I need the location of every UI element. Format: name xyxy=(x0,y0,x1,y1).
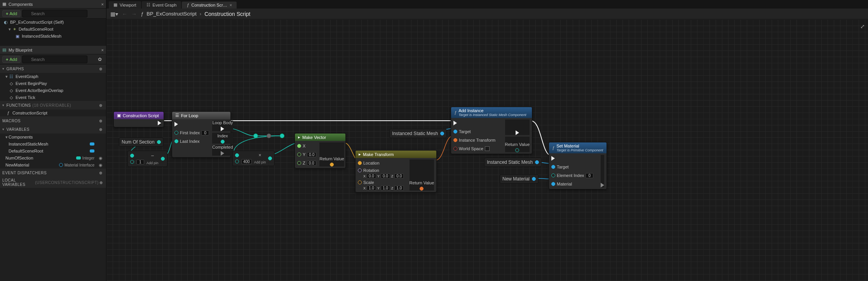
pin-value[interactable]: 1 xyxy=(136,160,144,165)
var-instanced-static-mesh[interactable]: InstancedStaticMesh xyxy=(0,140,106,147)
node-set-material[interactable]: ƒ Set Material Target is Primitive Compo… xyxy=(549,142,607,189)
nav-menu-button[interactable]: ▦▾ xyxy=(110,11,118,17)
gear-icon[interactable]: ✿ xyxy=(96,56,104,63)
node-var-new-material[interactable]: New Material xyxy=(500,174,539,184)
section-event-dispatchers[interactable]: EVENT DISPATCHERS ⊕ xyxy=(0,168,106,177)
var-default-scene-root[interactable]: DefaultSceneRoot xyxy=(0,147,106,154)
int-in-pin[interactable] xyxy=(235,153,239,157)
pin-value[interactable]: 0.0 xyxy=(307,161,316,166)
int-out-pin[interactable] xyxy=(157,140,161,144)
exec-out-pin[interactable] xyxy=(221,151,224,156)
object-out-pin[interactable] xyxy=(535,160,539,164)
tree-item-default-scene-root[interactable]: ▾ ✶ DefaultSceneRoot xyxy=(0,26,106,33)
vector-pin[interactable] xyxy=(358,161,362,165)
object-pin[interactable] xyxy=(551,165,555,169)
tab-viewport[interactable]: ▦ Viewport xyxy=(109,1,141,9)
section-functions[interactable]: ▾ FUNCTIONS (18 OVERRIDABLE) ⊕ xyxy=(0,101,106,109)
exec-out-pin[interactable] xyxy=(516,130,519,135)
reroute-node[interactable] xyxy=(280,134,284,138)
add-blueprint-button[interactable]: + Add xyxy=(2,56,21,63)
reroute-node[interactable] xyxy=(267,134,271,138)
int-pin[interactable] xyxy=(551,173,555,177)
expand-icon[interactable]: ⤢ xyxy=(860,23,865,29)
pin-value[interactable]: 0 xyxy=(201,130,209,135)
add-macro-button[interactable]: ⊕ xyxy=(98,118,104,124)
node-multiply[interactable]: 400 × Add pin xyxy=(232,151,275,166)
tree-item-self[interactable]: ◐ BP_ExConstructScript (Self) xyxy=(0,19,106,26)
vector-pin[interactable] xyxy=(358,180,362,184)
var-new-material[interactable]: NewMaterial Material Interface ◉ xyxy=(0,161,106,168)
eye-icon[interactable]: ◉ xyxy=(98,163,104,168)
pin-value[interactable]: 0 xyxy=(586,173,593,178)
object-pin[interactable] xyxy=(453,130,457,134)
pin-value[interactable]: 0.0 xyxy=(307,152,316,157)
section-variables[interactable]: ▾ VARIABLES ⊕ xyxy=(0,125,106,134)
pin-value[interactable]: 400 xyxy=(241,159,252,164)
event-actor-begin-overlap[interactable]: ◇ Event ActorBeginOverlap xyxy=(0,87,106,94)
exec-out-pin[interactable] xyxy=(601,183,604,187)
var-num-of-section[interactable]: NumOfSection Integer ◉ xyxy=(0,154,106,161)
add-graph-button[interactable]: ⊕ xyxy=(98,66,104,72)
tab-event-graph[interactable]: ☷ Event Graph xyxy=(142,1,181,9)
nav-forward-button[interactable]: → xyxy=(131,11,137,17)
int-in-pin[interactable] xyxy=(235,160,239,163)
add-function-button[interactable]: ⊕ xyxy=(98,102,104,108)
eye-icon[interactable]: ◉ xyxy=(98,156,104,161)
add-variable-button[interactable]: ⊕ xyxy=(98,126,104,132)
tree-item-instanced-static-mesh[interactable]: ▣ InstancedStaticMesh xyxy=(0,33,106,40)
event-begin-play[interactable]: ◇ Event BeginPlay xyxy=(0,80,106,87)
close-icon[interactable]: × xyxy=(101,2,104,7)
nav-back-button[interactable]: ← xyxy=(122,11,127,17)
bool-pin[interactable] xyxy=(453,147,457,151)
rotator-pin[interactable] xyxy=(358,168,362,172)
pin-value[interactable]: 1.0 xyxy=(381,186,390,191)
transform-out-pin[interactable] xyxy=(420,187,424,191)
breadcrumb-parent[interactable]: BP_ExConstructScript xyxy=(146,11,197,17)
int-in-pin[interactable] xyxy=(130,154,134,158)
int-out-pin[interactable] xyxy=(221,140,225,144)
reroute-node[interactable] xyxy=(253,134,258,138)
node-for-loop[interactable]: ☰ For Loop First Index 0 Last Index xyxy=(172,111,231,158)
exec-out-pin[interactable] xyxy=(158,121,161,125)
int-out-pin[interactable] xyxy=(515,148,519,152)
int-in-pin[interactable] xyxy=(130,160,134,164)
exec-out-pin[interactable] xyxy=(221,127,224,131)
pin-value[interactable]: 1.0 xyxy=(367,186,376,191)
var-group-components[interactable]: ▾ Components xyxy=(0,134,106,140)
node-var-num-of-section[interactable]: Num Of Section xyxy=(119,137,164,147)
pin-value[interactable]: 0.0 xyxy=(367,173,376,179)
components-tab[interactable]: ▦ Components × xyxy=(0,0,106,9)
node-var-instanced-static-mesh[interactable]: Instanced Static Mesh xyxy=(484,158,542,167)
section-local-variables[interactable]: LOCAL VARIABLES (USERCONSTRUCTIONSCRIPT)… xyxy=(0,177,106,188)
int-pin[interactable] xyxy=(174,139,178,143)
node-make-vector[interactable]: ▸ Make Vector X Y0.0 Z0.0 Return Value xyxy=(295,133,346,168)
int-out-pin[interactable] xyxy=(161,157,165,161)
close-icon[interactable]: × xyxy=(101,48,104,52)
node-make-transform[interactable]: ▸ Make Transform Location Rotation X0.0 … xyxy=(355,150,437,193)
add-pin-button[interactable]: Add pin xyxy=(254,160,266,164)
bool-checkbox[interactable] xyxy=(485,146,490,151)
node-subtract[interactable]: 1 − Add pin xyxy=(127,151,167,167)
node-add-instance[interactable]: ƒ Add Instance Target is Instanced Stati… xyxy=(451,107,532,154)
int-out-pin[interactable] xyxy=(268,156,272,160)
exec-in-pin[interactable] xyxy=(174,122,178,127)
object-pin[interactable] xyxy=(551,182,555,186)
exec-in-pin[interactable] xyxy=(453,121,457,125)
add-dispatcher-button[interactable]: ⊕ xyxy=(98,170,104,176)
tab-construction-script[interactable]: ƒ Construction Scr… × xyxy=(182,2,237,9)
pin-value[interactable]: 0.0 xyxy=(394,173,404,179)
node-var-instanced-static-mesh[interactable]: Instanced Static Mesh xyxy=(389,129,447,138)
function-construction-script[interactable]: ƒ ConstructionScript xyxy=(0,109,106,116)
transform-pin[interactable] xyxy=(453,138,457,142)
blueprint-search-input[interactable] xyxy=(22,56,87,63)
float-pin[interactable] xyxy=(297,153,301,156)
my-blueprint-tab[interactable]: ▤ My Blueprint × xyxy=(0,46,106,54)
exec-in-pin[interactable] xyxy=(551,156,555,161)
section-macros[interactable]: MACROS ⊕ xyxy=(0,116,106,125)
float-pin[interactable] xyxy=(297,144,301,148)
close-icon[interactable]: × xyxy=(230,3,232,7)
node-construction-script[interactable]: ▣ Construction Script xyxy=(113,111,164,127)
section-graphs[interactable]: ▾ GRAPHS ⊕ xyxy=(0,64,106,73)
add-component-button[interactable]: + Add xyxy=(2,10,21,17)
int-pin[interactable] xyxy=(174,131,178,135)
